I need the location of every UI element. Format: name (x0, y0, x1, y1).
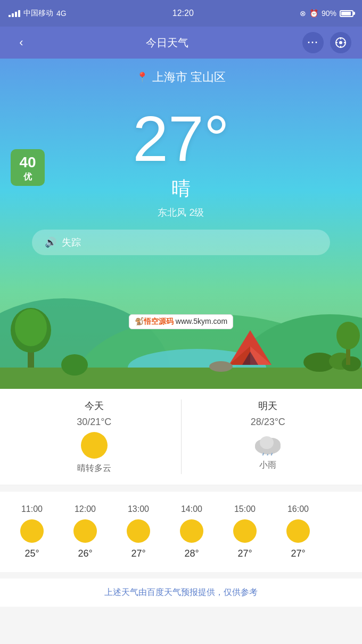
page-title: 今日天气 (146, 36, 188, 50)
svg-rect-10 (0, 368, 362, 389)
wind-description: 东北风 2级 (0, 206, 362, 219)
hour-icon-sun (73, 519, 97, 543)
hour-icon-sun (20, 519, 44, 543)
battery-percent: 90% (322, 9, 336, 18)
hour-icon-sun (127, 519, 150, 543)
bottom-text-content: 上述天气由百度天气预报提供，仅供参考 (104, 588, 258, 597)
hour-temp: 27° (131, 548, 145, 559)
tomorrow-desc: 小雨 (259, 460, 276, 471)
hour-item-1600: 16:00 27° (272, 502, 325, 561)
status-right: ⊗ ⏰ 90% (300, 9, 353, 18)
tomorrow-label: 明天 (258, 400, 277, 412)
location-pin-icon: 📍 (136, 71, 148, 83)
hour-temp: 28° (184, 548, 199, 559)
hour-icon-sun (233, 519, 257, 543)
hour-time: 15:00 (234, 504, 256, 514)
daily-forecast: 今天 30/21°C 晴转多云 明天 28/23°C 小雨 (0, 389, 362, 485)
alert-banner[interactable]: 🔊 失踪 (32, 230, 330, 255)
tomorrow-weather-icon (252, 432, 284, 455)
status-bar: 中国移动 4G 12:20 ⊗ ⏰ 90% (0, 0, 362, 27)
lock-icon: ⊗ (300, 9, 306, 18)
nav-bar: ‹ 今日天气 ··· (0, 27, 362, 59)
landscape-scene (0, 277, 362, 389)
hour-temp: 25° (24, 548, 39, 559)
aqi-badge: 40 优 (11, 149, 45, 186)
svg-point-22 (342, 356, 361, 371)
today-weather-icon (81, 432, 108, 459)
today-temp: 30/21°C (77, 417, 111, 428)
watermark-logo: 🐒悟空源码 (135, 317, 174, 325)
svg-point-24 (336, 322, 360, 349)
hour-time: 14:00 (181, 504, 202, 514)
alert-text: 失踪 (62, 236, 81, 249)
signal-bars (9, 10, 20, 17)
day-divider (181, 400, 182, 474)
hour-temp: 27° (291, 548, 305, 559)
svg-point-14 (61, 354, 88, 376)
svg-point-13 (15, 309, 47, 346)
hour-icon-sun (286, 519, 310, 543)
network: 4G (56, 9, 67, 18)
bottom-text: 上述天气由百度天气预报提供，仅供参考 (0, 578, 362, 607)
hour-time: 11:00 (21, 504, 43, 514)
weather-hero: 📍 上海市 宝山区 40 优 27° 晴 东北风 2级 🔊 失踪 🐒悟空源码 w… (0, 59, 362, 389)
today-label: 今天 (85, 400, 104, 412)
alarm-icon: ⏰ (309, 9, 318, 18)
location-text: 上海市 宝山区 (152, 69, 226, 85)
alert-speaker-icon: 🔊 (45, 237, 56, 248)
watermark: 🐒悟空源码 www.5kym.com (129, 314, 233, 329)
hour-temp: 27° (237, 548, 252, 559)
temperature-section: 27° 晴 东北风 2级 (0, 91, 362, 219)
battery-icon (340, 10, 353, 17)
hour-time: 12:00 (75, 504, 96, 514)
today-desc: 晴转多云 (77, 463, 111, 474)
svg-line-30 (267, 454, 268, 455)
svg-point-1 (339, 41, 342, 44)
svg-point-19 (209, 361, 233, 372)
hour-icon-sun (180, 519, 203, 543)
target-button[interactable] (330, 32, 351, 53)
target-icon (335, 37, 347, 48)
nav-actions: ··· (302, 32, 351, 53)
hour-item-1500: 15:00 27° (218, 502, 272, 561)
day-item-tomorrow: 明天 28/23°C 小雨 (187, 400, 350, 474)
hourly-section: 11:00 25° 12:00 26° 13:00 27° 14:00 28° … (0, 492, 362, 572)
watermark-url: www.5kym.com (176, 317, 227, 325)
temperature: 27° (0, 107, 362, 170)
hour-time: 16:00 (287, 504, 309, 514)
tomorrow-temp: 28/23°C (251, 417, 285, 428)
hour-item-1200: 12:00 26° (59, 502, 112, 561)
location-bar: 📍 上海市 宝山区 (0, 59, 362, 91)
hourly-scroll[interactable]: 11:00 25° 12:00 26° 13:00 27° 14:00 28° … (0, 502, 362, 561)
aqi-label: 优 (17, 172, 38, 182)
hour-item-1100: 11:00 25° (5, 502, 59, 561)
hour-time: 13:00 (128, 504, 149, 514)
status-left: 中国移动 4G (9, 9, 67, 18)
hour-item-1400: 14:00 28° (165, 502, 218, 561)
more-button[interactable]: ··· (302, 32, 324, 53)
aqi-number: 40 (17, 153, 38, 172)
day-item-today: 今天 30/21°C 晴转多云 (13, 400, 176, 474)
hour-item-1300: 13:00 27° (112, 502, 165, 561)
status-time: 12:20 (172, 9, 194, 18)
svg-point-28 (260, 436, 274, 449)
back-button[interactable]: ‹ (11, 32, 32, 53)
weather-description: 晴 (0, 176, 362, 202)
carrier: 中国移动 (23, 9, 53, 18)
hour-temp: 26° (78, 548, 92, 559)
